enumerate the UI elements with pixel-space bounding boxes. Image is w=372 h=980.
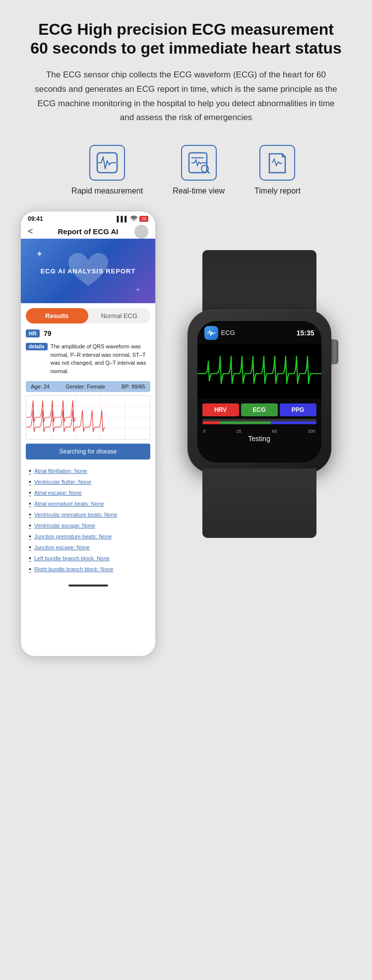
watch-bar-ppg: PPG <box>280 403 316 416</box>
watch-section: ECG 15:35 <box>166 210 352 473</box>
progress-label-100: 100 <box>308 429 315 434</box>
watch-app-icon <box>204 326 218 340</box>
watch-band-bottom <box>202 468 316 538</box>
status-time: 09:41 <box>28 215 43 222</box>
phone-mockup: 09:41 ▌▌▌ 20 < Report of ECG AI <box>20 210 156 657</box>
main-description: The ECG sensor chip collects the ECG wav… <box>32 68 340 126</box>
disease-item-0[interactable]: • Atrial fibrillation: None <box>29 465 147 476</box>
disease-item-5[interactable]: • Ventricular escape: None <box>29 520 147 531</box>
watch-bottom: HRV ECG PPG <box>197 400 321 447</box>
disease-item-8[interactable]: • Left bundle branch block: None <box>29 553 147 564</box>
details-badge: details <box>26 343 48 350</box>
progress-label-60: 60 <box>272 429 277 434</box>
ecg-chart <box>26 395 150 440</box>
back-button[interactable]: < <box>28 226 33 237</box>
watch-bar-ecg: ECG <box>241 403 278 416</box>
header-section: ECG High precision ECG measurement 60 se… <box>20 20 352 125</box>
watch-progress-ppg <box>271 421 316 424</box>
feature-realtime: Real-time view <box>173 145 225 196</box>
ecg-banner-title: ECG AI ANALYSIS REPORT <box>41 267 136 275</box>
wifi-icon <box>130 215 137 222</box>
disease-list: • Atrial fibrillation: None • Ventricula… <box>21 463 155 580</box>
ecg-wave-icon <box>89 145 125 181</box>
ecg-banner: ✦ ✦ ECG AI ANALYSIS REPORT <box>21 239 155 303</box>
avatar <box>134 225 148 239</box>
svg-line-4 <box>207 171 209 173</box>
tab-normal[interactable]: Normal ECG <box>88 308 151 324</box>
content-section: 09:41 ▌▌▌ 20 < Report of ECG AI <box>20 210 352 657</box>
feature-rapid: Rapid measurement <box>71 145 143 196</box>
hr-badge: HR <box>26 329 40 337</box>
disease-item-3[interactable]: • Atrial premature beats: None <box>29 498 147 509</box>
bullet-0: • <box>29 467 31 475</box>
watch-crown <box>331 339 338 364</box>
watch-band-top <box>202 250 316 315</box>
watch-wrapper: ECG 15:35 <box>187 310 331 473</box>
disease-item-6[interactable]: • Junction premature beats: None <box>29 531 147 542</box>
watch-ecg-area <box>197 344 321 398</box>
watch-bar-hrv: HRV <box>202 403 239 416</box>
battery-badge: 20 <box>139 216 148 222</box>
disease-item-4[interactable]: • Ventricular premature beats: None <box>29 509 147 520</box>
watch-status-bar: ECG 15:35 <box>197 321 321 342</box>
progress-label-0: 0 <box>203 429 206 434</box>
watch-testing-label: Testing <box>202 434 316 445</box>
feature-timely-label: Timely report <box>254 187 301 196</box>
main-title: ECG High precision ECG measurement 60 se… <box>20 20 352 58</box>
feature-timely: Timely report <box>254 145 301 196</box>
report-icon <box>259 145 295 181</box>
page-wrapper: ECG High precision ECG measurement 60 se… <box>0 0 372 687</box>
patient-gender: Gender: Female <box>66 384 105 390</box>
watch-bar-row: HRV ECG PPG <box>202 403 316 416</box>
status-icons: ▌▌▌ 20 <box>117 215 148 222</box>
disease-item-1[interactable]: • Ventricular flutter: None <box>29 476 147 487</box>
patient-age: Age: 24 <box>31 384 50 390</box>
patient-bp: BP: 89/65 <box>122 384 145 390</box>
nav-title: Report of ECG AI <box>58 227 119 236</box>
watch-time: 15:35 <box>297 329 314 337</box>
hr-row: HR 79 <box>21 327 155 340</box>
disease-item-7[interactable]: • Junction escape: None <box>29 542 147 553</box>
watch-outer: ECG 15:35 <box>187 310 331 473</box>
svg-rect-12 <box>197 344 321 398</box>
details-text: The amplitude of QRS waveform was normal… <box>51 342 150 375</box>
hr-value: 79 <box>44 329 52 337</box>
home-indicator <box>68 585 108 587</box>
phone-nav: < Report of ECG AI <box>21 224 155 239</box>
watch-app-label: ECG <box>221 329 235 336</box>
watch-progress-hrv <box>202 421 220 424</box>
search-ecg-icon <box>181 145 217 181</box>
results-tabs[interactable]: Results Normal ECG <box>26 308 150 324</box>
watch-progress-area <box>202 419 316 427</box>
signal-icon: ▌▌▌ <box>117 216 128 222</box>
features-row: Rapid measurement Real-time view <box>20 145 352 196</box>
phone-bottom-bar <box>21 580 155 594</box>
watch-screen: ECG 15:35 <box>197 321 321 462</box>
searching-button[interactable]: Searching for disease <box>26 444 150 459</box>
details-row: details The amplitude of QRS waveform wa… <box>21 340 155 379</box>
phone-status-bar: 09:41 ▌▌▌ 20 <box>21 211 155 224</box>
disease-item-9[interactable]: • Right bundle branch block: None <box>29 564 147 575</box>
watch-app-info: ECG <box>204 326 235 340</box>
watch-progress-labels: 0 15 60 100 <box>202 429 316 434</box>
disease-item-2[interactable]: • Atrial escape: None <box>29 487 147 498</box>
feature-realtime-label: Real-time view <box>173 187 225 196</box>
tab-results[interactable]: Results <box>26 308 88 324</box>
feature-rapid-label: Rapid measurement <box>71 187 143 196</box>
patient-info: Age: 24 Gender: Female BP: 89/65 <box>26 381 150 392</box>
progress-label-15: 15 <box>236 429 241 434</box>
watch-progress-ecg <box>219 421 271 424</box>
